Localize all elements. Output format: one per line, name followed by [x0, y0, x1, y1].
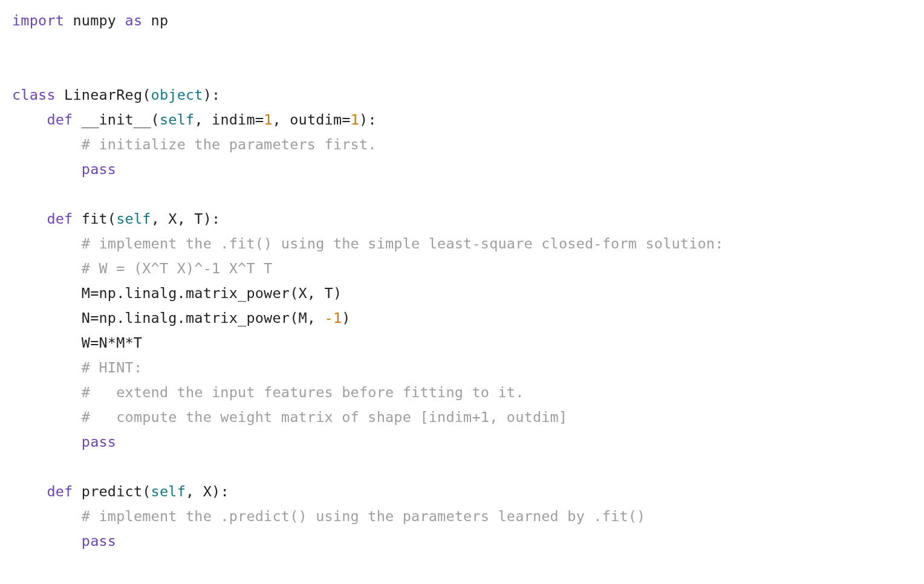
token-kw: def	[47, 483, 73, 500]
token-txt	[12, 508, 82, 525]
code-block: import numpy as np class LinearReg(objec…	[0, 0, 924, 566]
token-com: # implement the .predict() using the par…	[82, 508, 646, 525]
code-line: W=N*M*T	[12, 334, 142, 351]
token-txt: np	[142, 12, 168, 29]
token-fn: LinearReg	[64, 86, 142, 103]
code-line: # initialize the parameters first.	[12, 136, 377, 153]
token-txt: , X, T):	[151, 210, 221, 227]
token-kw: pass	[82, 433, 116, 450]
code-line: import numpy as np	[12, 12, 168, 29]
token-fn: __init__	[82, 111, 151, 128]
token-txt: M=np.linalg.matrix_power(X, T)	[12, 285, 342, 302]
token-fn: fit	[82, 210, 108, 227]
token-fn: predict	[82, 483, 142, 500]
token-com: # compute the weight matrix of shape [in…	[82, 409, 568, 426]
token-builtin: self	[116, 210, 151, 227]
token-num: 1	[264, 111, 272, 128]
token-txt: N=np.linalg.matrix_power(M,	[12, 310, 325, 326]
token-builtin: self	[151, 483, 186, 500]
token-txt	[12, 210, 47, 227]
token-txt	[12, 260, 82, 277]
token-txt	[12, 433, 82, 450]
token-txt: , indim=	[194, 111, 264, 128]
code-line: # W = (X^T X)^-1 X^T T	[12, 260, 272, 277]
token-kw: def	[47, 210, 73, 227]
token-txt: (	[108, 210, 116, 227]
code-line: def predict(self, X):	[12, 483, 229, 500]
token-num: -1	[325, 310, 342, 326]
token-com: # initialize the parameters first.	[82, 136, 377, 153]
token-txt	[12, 533, 82, 550]
code-line: pass	[12, 533, 116, 550]
token-txt	[73, 111, 81, 128]
token-builtin: self	[160, 111, 194, 128]
token-txt: ):	[203, 86, 221, 103]
code-line: N=np.linalg.matrix_power(M, -1)	[12, 310, 351, 326]
token-txt: , X):	[186, 483, 229, 500]
token-kw: class	[12, 86, 56, 103]
token-txt	[73, 210, 81, 227]
token-builtin: object	[151, 86, 203, 103]
token-txt: ):	[359, 111, 377, 128]
token-txt: )	[342, 310, 350, 326]
token-txt	[12, 161, 82, 178]
token-txt: numpy	[64, 12, 125, 29]
code-line: # implement the .fit() using the simple …	[12, 235, 724, 252]
token-com: # W = (X^T X)^-1 X^T T	[82, 260, 273, 277]
token-com: # HINT:	[82, 359, 142, 376]
token-txt	[56, 86, 64, 103]
token-kw: import	[12, 12, 64, 29]
code-line: class LinearReg(object):	[12, 86, 220, 103]
token-txt: (	[142, 86, 151, 103]
code-line: pass	[12, 433, 116, 450]
code-line: pass	[12, 161, 116, 178]
code-line: # HINT:	[12, 359, 142, 376]
code-line: def fit(self, X, T):	[12, 210, 220, 227]
code-line: def __init__(self, indim=1, outdim=1):	[12, 111, 377, 128]
token-com: # implement the .fit() using the simple …	[82, 235, 724, 252]
token-txt	[12, 136, 82, 153]
token-txt	[12, 483, 47, 500]
token-kw: as	[125, 12, 143, 29]
token-txt: W=N*M*T	[12, 334, 142, 351]
token-num: 1	[351, 111, 359, 128]
token-txt	[12, 235, 82, 252]
code-line: M=np.linalg.matrix_power(X, T)	[12, 285, 342, 302]
token-txt	[12, 409, 82, 426]
token-txt: (	[142, 483, 151, 500]
token-txt	[73, 483, 81, 500]
code-line: # extend the input features before fitti…	[12, 384, 524, 401]
token-txt	[12, 111, 47, 128]
token-txt: (	[151, 111, 160, 128]
token-txt	[12, 359, 82, 376]
token-txt	[12, 384, 82, 401]
code-line: # implement the .predict() using the par…	[12, 508, 645, 525]
token-txt: , outdim=	[273, 111, 351, 128]
token-kw: pass	[82, 161, 116, 178]
token-kw: def	[47, 111, 73, 128]
code-line: # compute the weight matrix of shape [in…	[12, 409, 567, 426]
token-kw: pass	[82, 533, 116, 550]
token-com: # extend the input features before fitti…	[82, 384, 524, 401]
